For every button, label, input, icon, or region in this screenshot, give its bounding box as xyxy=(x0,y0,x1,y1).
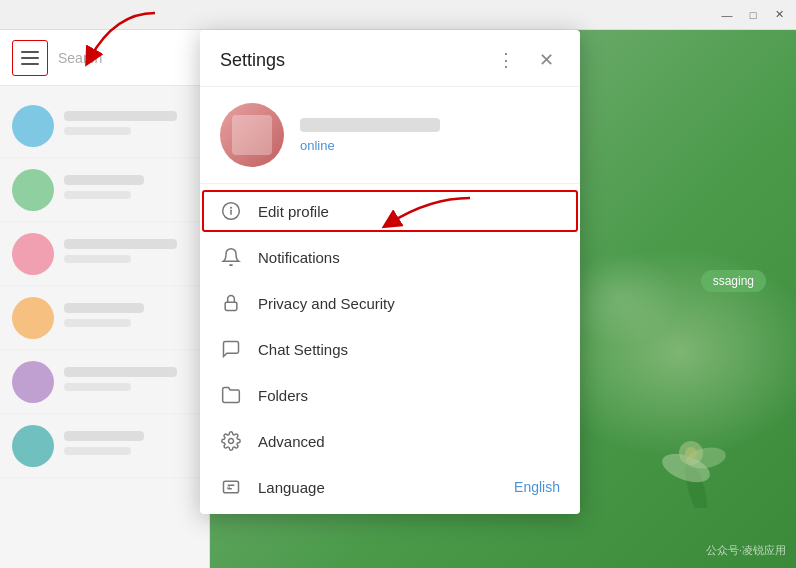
info-circle-icon xyxy=(220,200,242,222)
avatar xyxy=(220,103,284,167)
blur-line xyxy=(64,319,131,327)
avatar xyxy=(12,233,54,275)
menu-item-chat-settings[interactable]: Chat Settings xyxy=(200,326,580,372)
svg-rect-10 xyxy=(224,481,239,493)
translate-icon: A xyxy=(220,476,242,498)
profile-section: online xyxy=(200,87,580,184)
hamburger-button[interactable] xyxy=(12,40,48,76)
minimize-button[interactable]: — xyxy=(718,6,736,24)
blur-line xyxy=(64,239,177,249)
avatar xyxy=(12,297,54,339)
blur-line xyxy=(64,367,177,377)
menu-label: Advanced xyxy=(258,433,560,450)
item-text xyxy=(64,111,197,141)
settings-menu: Edit profile Notifications Privacy and S… xyxy=(200,184,580,514)
blur-line xyxy=(64,303,144,313)
lock-icon xyxy=(220,292,242,314)
menu-item-edit-profile[interactable]: Edit profile xyxy=(200,188,580,234)
item-text xyxy=(64,303,197,333)
avatar xyxy=(12,105,54,147)
modal-header-actions: ⋮ ✕ xyxy=(492,46,560,74)
menu-label: Privacy and Security xyxy=(258,295,560,312)
menu-item-folders[interactable]: Folders xyxy=(200,372,580,418)
avatar xyxy=(12,425,54,467)
blur-line xyxy=(64,255,131,263)
chat-bubble-icon xyxy=(220,338,242,360)
item-text xyxy=(64,239,197,269)
sidebar-items xyxy=(0,86,209,486)
blur-line xyxy=(64,431,144,441)
menu-item-notifications[interactable]: Notifications xyxy=(200,234,580,280)
svg-text:A: A xyxy=(227,484,231,490)
profile-status: online xyxy=(300,138,560,153)
item-text xyxy=(64,175,197,205)
blur-line xyxy=(64,383,131,391)
folder-icon xyxy=(220,384,242,406)
maximize-button[interactable]: □ xyxy=(744,6,762,24)
list-item xyxy=(0,94,209,158)
avatar xyxy=(12,361,54,403)
title-bar: — □ ✕ xyxy=(0,0,796,30)
menu-item-advanced[interactable]: Advanced xyxy=(200,418,580,464)
modal-title: Settings xyxy=(220,50,285,71)
menu-label: Folders xyxy=(258,387,560,404)
settings-modal: Settings ⋮ ✕ online Edit profile xyxy=(200,30,580,514)
menu-label: Language xyxy=(258,479,498,496)
item-text xyxy=(64,431,197,461)
background-decoration xyxy=(636,408,756,508)
list-item xyxy=(0,286,209,350)
blur-line xyxy=(64,127,131,135)
menu-label: Notifications xyxy=(258,249,560,266)
hamburger-line xyxy=(21,57,39,59)
profile-name-blur xyxy=(300,118,440,132)
svg-point-4 xyxy=(685,447,697,459)
language-value: English xyxy=(514,479,560,495)
blur-line xyxy=(64,447,131,455)
hamburger-line xyxy=(21,51,39,53)
hamburger-line xyxy=(21,63,39,65)
menu-item-language[interactable]: A Language English xyxy=(200,464,580,510)
bell-icon xyxy=(220,246,242,268)
avatar xyxy=(12,169,54,211)
messaging-bubble: ssaging xyxy=(701,270,766,292)
sidebar-header: Search xyxy=(0,30,209,86)
close-modal-button[interactable]: ✕ xyxy=(532,46,560,74)
list-item xyxy=(0,350,209,414)
item-text xyxy=(64,367,197,397)
blur-line xyxy=(64,111,177,121)
profile-info: online xyxy=(300,118,560,153)
blur-line xyxy=(64,191,131,199)
list-item xyxy=(0,414,209,478)
svg-rect-8 xyxy=(225,302,237,310)
svg-point-9 xyxy=(229,439,234,444)
more-options-button[interactable]: ⋮ xyxy=(492,46,520,74)
watermark: 公众号·凌锐应用 xyxy=(706,543,786,558)
blur-line xyxy=(64,175,144,185)
close-button[interactable]: ✕ xyxy=(770,6,788,24)
modal-header: Settings ⋮ ✕ xyxy=(200,30,580,87)
settings-icon xyxy=(220,430,242,452)
menu-label: Edit profile xyxy=(258,203,560,220)
list-item xyxy=(0,158,209,222)
menu-item-privacy-security[interactable]: Privacy and Security xyxy=(200,280,580,326)
menu-label: Chat Settings xyxy=(258,341,560,358)
search-placeholder: Search xyxy=(58,50,197,66)
sidebar: Search xyxy=(0,30,210,568)
avatar-inner xyxy=(232,115,272,155)
list-item xyxy=(0,222,209,286)
